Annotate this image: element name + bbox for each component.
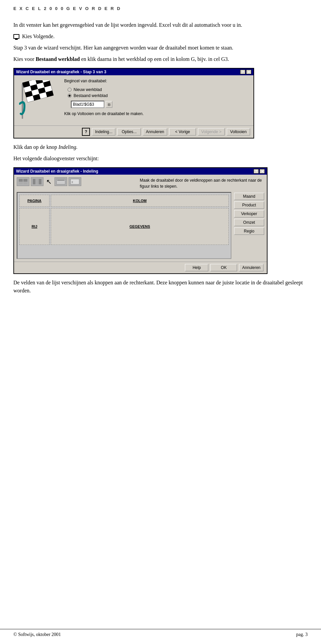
layout-diagram: PAGINA KOLOM RIJ GEGEVENS: [17, 192, 231, 259]
pagina-box[interactable]: PAGINA: [19, 195, 49, 207]
indeling-title: Wizard Draaitabel en draaigrafiek - Inde…: [16, 169, 98, 174]
chess-flag: [17, 79, 61, 122]
step3-next-button[interactable]: Volgende >: [198, 128, 225, 135]
kolom-box[interactable]: KOLOM: [51, 195, 229, 207]
icon-rij-small: [17, 177, 29, 186]
step3-options-button[interactable]: Opties...: [117, 128, 141, 135]
cell-ref-row: ⊟: [71, 101, 250, 108]
step3-prev-button[interactable]: < Vorige: [169, 128, 196, 135]
indeling-main-area: PAGINA KOLOM RIJ GEGEVENS: [14, 191, 267, 262]
svg-rect-20: [19, 182, 23, 184]
radio-existing-sheet[interactable]: Bestaand werkblad: [68, 93, 250, 98]
indeling-description: Maak de draaitabel door de veldknoppen a…: [140, 177, 264, 189]
paragraph-3: Stap 3 van de wizard verschijnt. Hier ka…: [13, 44, 308, 52]
indeling-close-btn[interactable]: ✕: [259, 169, 265, 174]
svg-text:Σ: Σ: [72, 181, 73, 184]
field-btn-verkoper[interactable]: Verkoper: [234, 210, 264, 217]
step3-layout-button[interactable]: Indeling...: [92, 128, 115, 135]
indeling-icons-area: ↖ Σ: [17, 177, 137, 189]
paragraph-volgende: Kies Volgende.: [13, 32, 308, 40]
svg-rect-19: [23, 179, 27, 182]
paragraph-5: Klik dan op de knop Indeling.: [13, 143, 308, 151]
field-buttons-column: Maand Product Verkoper Omzet Regio: [234, 192, 264, 259]
radio-group: Nieuw werkblad Bestaand werkblad: [68, 87, 250, 98]
footer-copyright: © Softwijs, oktober 2001: [13, 632, 61, 637]
step3-help-button[interactable]: ?: [82, 128, 90, 136]
step3-hint: Klik op Voltooien om de draaitabel te ma…: [64, 111, 250, 116]
indeling-dialog: Wizard Draaitabel en draaigrafiek - Inde…: [13, 167, 268, 274]
field-btn-maand[interactable]: Maand: [234, 193, 264, 200]
gegevens-box[interactable]: GEGEVENS: [51, 208, 229, 245]
indeling-cancel-button[interactable]: Annuleren: [239, 264, 263, 271]
layout-top: PAGINA KOLOM: [19, 195, 229, 207]
field-btn-regio[interactable]: Regio: [234, 227, 264, 235]
radio-new-sheet-circle[interactable]: [68, 88, 72, 92]
step3-titlebar: Wizard Draaitabel en draaigrafiek - Stap…: [14, 69, 253, 75]
svg-rect-22: [33, 179, 35, 184]
svg-rect-26: [57, 180, 65, 181]
icon-kolom-small: [31, 177, 43, 186]
main-content: In dit venster kan het gegevensgebied va…: [0, 11, 321, 325]
footer-page: pag. 3: [296, 632, 308, 637]
icon-data-small: Σ: [69, 177, 81, 186]
indeling-ok-button[interactable]: OK: [210, 264, 237, 271]
monitor-icon: [13, 34, 19, 39]
radio-new-sheet[interactable]: Nieuw werkblad: [68, 87, 250, 92]
paragraph-1: In dit venster kan het gegevensgebied va…: [13, 21, 308, 29]
layout-bottom: RIJ GEGEVENS: [19, 208, 229, 245]
step3-help-btn[interactable]: ?: [240, 70, 245, 74]
radio-existing-sheet-circle[interactable]: [68, 94, 72, 98]
icon-pagina-small: [55, 177, 67, 186]
header-title: E X C E L 2 0 0 0 G E V O R D E R D: [13, 6, 121, 11]
field-btn-product[interactable]: Product: [234, 201, 264, 209]
step3-body-title: Begincel van draaitabel:: [64, 79, 250, 83]
paragraph-6: Het volgende dialoogvenster verschijnt:: [13, 155, 308, 163]
cell-ref-input[interactable]: [71, 101, 104, 108]
radio-existing-sheet-label: Bestaand werkblad: [74, 93, 108, 98]
step3-body: Begincel van draaitabel: Nieuw werkblad …: [14, 75, 253, 125]
paragraph-7: De velden van de lijst verschijnen als k…: [13, 279, 308, 295]
step3-title: Wizard Draaitabel en draaigrafiek - Stap…: [16, 70, 106, 74]
indeling-help-btn[interactable]: ?: [253, 169, 259, 174]
paragraph-4: Kies voor Bestaand werkblad en klik daar…: [13, 55, 308, 63]
indeling-titlebar-buttons: ? ✕: [253, 169, 265, 174]
indeling-top-area: ↖ Σ Maak de draaitabel door de veldknopp…: [14, 175, 267, 191]
svg-rect-23: [36, 179, 39, 184]
svg-rect-21: [23, 182, 27, 184]
cursor-icon: ↖: [46, 178, 52, 186]
cell-ref-collapse-btn[interactable]: ⊟: [106, 101, 112, 108]
step3-dialog: Wizard Draaitabel en draaigrafiek - Stap…: [13, 68, 254, 139]
step3-finish-button[interactable]: Voltooien: [227, 128, 250, 135]
step3-titlebar-buttons: ? ✕: [240, 70, 251, 74]
top-icons-row: ↖ Σ: [17, 177, 137, 186]
field-btn-omzet[interactable]: Omzet: [234, 219, 264, 226]
svg-rect-18: [19, 179, 23, 182]
rij-box[interactable]: RIJ: [19, 208, 49, 245]
step3-cancel-button[interactable]: Annuleren: [143, 128, 167, 135]
indeling-help-button[interactable]: Help: [185, 264, 208, 271]
radio-new-sheet-label: Nieuw werkblad: [74, 87, 102, 92]
indeling-titlebar: Wizard Draaitabel en draaigrafiek - Inde…: [14, 168, 267, 175]
step3-right-panel: Begincel van draaitabel: Nieuw werkblad …: [64, 79, 250, 122]
page-header: E X C E L 2 0 0 0 G E V O R D E R D: [0, 0, 321, 11]
step3-close-btn[interactable]: ✕: [246, 70, 251, 74]
step3-footer: ? Indeling... Opties... Annuleren < Vori…: [14, 125, 253, 138]
svg-rect-24: [39, 179, 41, 184]
indeling-footer: Help OK Annuleren: [14, 262, 267, 273]
page-footer: © Softwijs, oktober 2001 pag. 3: [0, 629, 321, 637]
